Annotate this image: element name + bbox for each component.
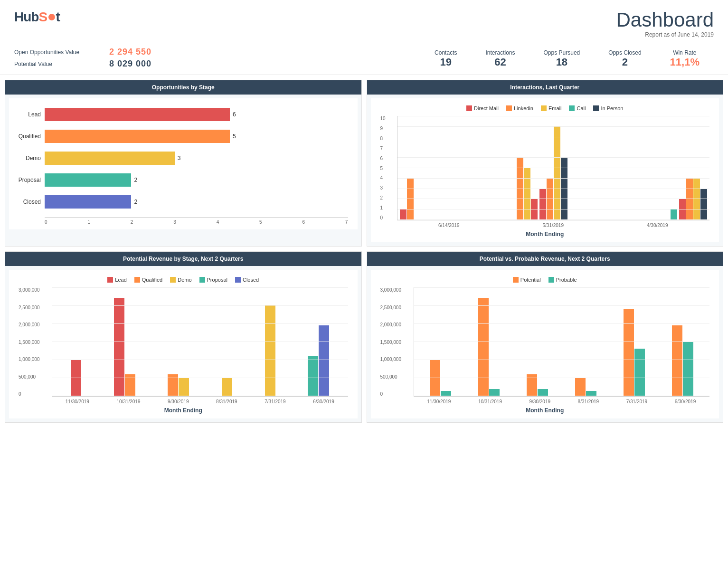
pvp-col-1031 — [478, 298, 500, 396]
kpi-bar: Open Opportunities Value 2 294 550 Poten… — [0, 43, 728, 75]
proposal-bar — [45, 173, 131, 187]
pvp-body: Potential Probable 0 500,000 1,000,000 1… — [371, 270, 719, 418]
col-1031 — [114, 298, 135, 396]
col-731 — [265, 305, 275, 396]
potential-by-stage-title: Potential Revenue by Stage, Next 2 Quart… — [123, 256, 243, 262]
bar-614-dm — [400, 209, 407, 220]
bar-430b-em — [693, 178, 700, 220]
report-date: Report as of June 14, 2019 — [616, 31, 714, 38]
win-rate-label: Win Rate — [670, 49, 700, 56]
qualified-bar-row: Qualified 5 — [14, 130, 348, 143]
pvp-chart-wrap: 0 500,000 1,000,000 1,500,000 2,000,000 … — [380, 287, 710, 397]
legend-potential-pvp: Potential — [513, 277, 541, 283]
open-opps-value: 2 294 550 — [109, 47, 151, 57]
col-930 — [168, 374, 189, 396]
potential-row: Potential Value 8 029 000 — [14, 59, 214, 69]
lead-bar — [45, 108, 230, 121]
legend-direct-mail: Direct Mail — [466, 105, 499, 111]
bar-531b-em — [554, 126, 560, 220]
col-831 — [222, 378, 232, 396]
bar-430-call — [671, 209, 677, 220]
col-630 — [308, 325, 329, 397]
legend-demo-ps: Demo — [170, 277, 191, 283]
group-430-a — [671, 209, 677, 220]
legend-lead-ps: Lead — [107, 277, 126, 283]
group-6-14 — [400, 178, 414, 220]
potential-by-stage-panel: Potential Revenue by Stage, Next 2 Quart… — [5, 251, 362, 423]
logo-text: HubS●t — [14, 9, 60, 25]
win-rate-value: 11,1% — [670, 56, 700, 68]
pvp-x-axis-label: Month Ending — [380, 407, 710, 414]
qualified-bar-area: 5 — [45, 130, 348, 143]
opps-pursued-label: Opps Pursued — [544, 49, 580, 56]
bar-531b-li — [547, 178, 553, 220]
potential-label: Potential Value — [14, 61, 100, 67]
contacts-metric: Contacts 19 — [420, 49, 471, 68]
logo: HubS●t — [14, 9, 60, 25]
interactions-legend: Direct Mail Linkedin Email Call In Perso… — [380, 105, 710, 111]
win-rate-metric: Win Rate 11,1% — [656, 49, 714, 68]
group-430-b — [679, 178, 707, 220]
closed-label: Closed — [14, 199, 45, 205]
closed-bar-row: Closed 2 — [14, 195, 348, 209]
legend-call: Call — [569, 105, 586, 111]
contacts-value: 19 — [435, 56, 457, 68]
opps-pursued-value: 18 — [544, 56, 580, 68]
interactions-header: Interactions, Last Quarter — [367, 80, 723, 95]
pvp-col-630 — [672, 325, 693, 397]
top-charts-row: Opportunities by Stage Lead 6 Qualified — [0, 75, 728, 249]
opps-closed-value: 2 — [608, 56, 641, 68]
opps-closed-metric: Opps Closed 2 — [594, 49, 655, 68]
email-label: Email — [548, 105, 562, 111]
page-title: Dashboard — [616, 9, 714, 31]
y-axis-interactions: 0 1 2 3 4 5 6 7 8 9 10 — [380, 116, 386, 220]
interactions-bars — [397, 116, 710, 220]
legend-linkedin: Linkedin — [506, 105, 533, 111]
pvp-col-731 — [624, 309, 645, 396]
qualified-label: Qualified — [14, 133, 45, 140]
bar-531-em — [524, 168, 530, 220]
contacts-label: Contacts — [435, 49, 457, 56]
proposal-count: 2 — [134, 177, 137, 183]
interactions-value: 62 — [485, 56, 515, 68]
legend-qualified-ps: Qualified — [134, 277, 162, 283]
potential-stage-chart-wrap: 0 500,000 1,000,000 1,500,000 2,000,000 … — [19, 287, 348, 397]
demo-count: 3 — [178, 155, 181, 162]
potential-value: 8 029 000 — [109, 59, 151, 69]
y-axis-pvp: 0 500,000 1,000,000 1,500,000 2,000,000 … — [380, 287, 402, 397]
interactions-chart-wrap: 0 1 2 3 4 5 6 7 8 9 10 — [380, 116, 710, 220]
interactions-title: Interactions, Last Quarter — [510, 84, 579, 91]
opps-horiz-chart: Lead 6 Qualified 5 Demo — [14, 108, 348, 225]
bar-430b-dm — [679, 199, 686, 220]
pvp-title: Potential vs. Probable Revenue, Next 2 Q… — [480, 256, 610, 262]
lead-bar-row: Lead 6 — [14, 108, 348, 121]
demo-bar-area: 3 — [45, 152, 348, 165]
lead-count: 6 — [233, 111, 236, 118]
proposal-bar-area: 2 — [45, 173, 348, 187]
closed-bar-area: 2 — [45, 195, 348, 209]
group-531-a — [517, 157, 538, 220]
interactions-metric: Interactions 62 — [471, 49, 529, 68]
opps-closed-label: Opps Closed — [608, 49, 641, 56]
potential-stage-legend: Lead Qualified Demo Proposal Closed — [19, 277, 348, 283]
demo-label: Demo — [14, 155, 45, 162]
lead-label: Lead — [14, 111, 45, 118]
potential-by-stage-header: Potential Revenue by Stage, Next 2 Quart… — [5, 252, 361, 266]
proposal-bar-row: Proposal 2 — [14, 173, 348, 187]
legend-email: Email — [541, 105, 562, 111]
call-label: Call — [577, 105, 586, 111]
pvp-col-831 — [575, 378, 596, 396]
demo-bar — [45, 152, 175, 165]
linkedin-label: Linkedin — [514, 105, 533, 111]
legend-in-person: In Person — [593, 105, 623, 111]
bar-531b-ip — [561, 157, 567, 220]
qualified-bar — [45, 130, 230, 143]
ps-x-axis-label: Month Ending — [19, 407, 348, 414]
lead-bar-area: 6 — [45, 108, 348, 121]
potential-by-stage-body: Lead Qualified Demo Proposal Closed — [9, 270, 358, 418]
open-opps-label: Open Opportunities Value — [14, 49, 100, 56]
bar-430b-li — [686, 178, 693, 220]
bar-531b-dm — [539, 189, 546, 220]
interactions-x-axis-label: Month Ending — [380, 231, 710, 238]
opps-by-stage-title: Opportunities by Stage — [152, 84, 215, 91]
